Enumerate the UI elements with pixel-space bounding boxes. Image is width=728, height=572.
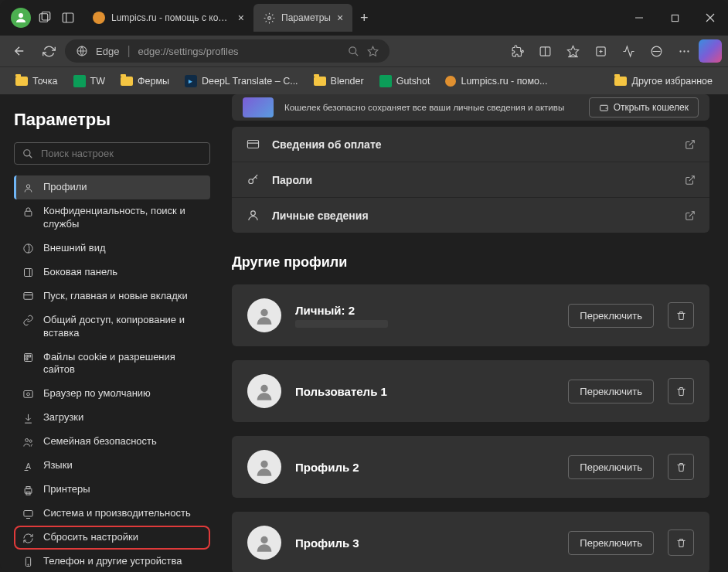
svg-point-25 <box>24 149 30 155</box>
ie-mode-button[interactable] <box>643 39 669 63</box>
star-icon[interactable] <box>367 46 379 57</box>
delete-profile-button[interactable] <box>668 529 694 556</box>
sidebar-item-1[interactable]: Конфиденциальность, поиск и службы <box>14 199 210 237</box>
nav-icon <box>22 291 34 303</box>
profile-email-redacted <box>295 320 388 328</box>
bookmark-item[interactable]: Фермы <box>114 73 175 90</box>
external-icon <box>685 175 696 186</box>
bm-label: Gutshot <box>396 76 430 87</box>
extensions-button[interactable] <box>504 39 530 63</box>
nav-label: Пуск, главная и новые вкладки <box>43 290 188 303</box>
bookmark-item[interactable]: TW <box>67 72 111 90</box>
new-tab-button[interactable]: + <box>352 6 376 29</box>
key-icon <box>246 173 260 186</box>
delete-profile-button[interactable] <box>668 378 694 404</box>
bookmark-item[interactable]: ▸DeepL Translate – C... <box>179 72 304 90</box>
back-button[interactable] <box>6 39 32 63</box>
sidebar-item-6[interactable]: Файлы cookie и разрешения сайтов <box>14 346 210 383</box>
close-window-button[interactable] <box>692 0 728 36</box>
sidebar-item-5[interactable]: Общий доступ, копирование и вставка <box>14 308 210 346</box>
tab-close-icon[interactable]: × <box>337 12 343 24</box>
nav-label: Система и производительность <box>43 507 191 520</box>
minimize-button[interactable] <box>621 0 657 36</box>
sidebar-item-7[interactable]: Браузер по умолчанию <box>14 382 210 406</box>
workspaces-icon[interactable] <box>36 9 54 27</box>
nav-icon: A <box>22 460 34 472</box>
sidebar-item-12[interactable]: Система и производительность <box>14 502 210 526</box>
svg-rect-43 <box>25 489 32 493</box>
svg-point-55 <box>248 179 253 184</box>
svg-marker-13 <box>368 46 378 56</box>
addr-separator: | <box>127 44 130 58</box>
bookmark-item[interactable]: Lumpics.ru - помо... <box>439 73 553 90</box>
tab-settings[interactable]: Параметры × <box>253 4 352 32</box>
row-label: Личные сведения <box>272 209 685 222</box>
svg-rect-53 <box>247 141 258 148</box>
delete-profile-button[interactable] <box>668 302 694 329</box>
other-bookmarks[interactable]: Другое избранное <box>608 73 719 90</box>
folder-icon <box>614 77 627 86</box>
profile-avatar-icon <box>247 526 281 560</box>
search-icon[interactable] <box>348 46 359 57</box>
vertical-tabs-icon[interactable] <box>59 9 77 27</box>
address-bar[interactable]: Edge | edge://settings/profiles <box>65 39 390 63</box>
nav-icon <box>22 352 34 364</box>
search-input[interactable] <box>41 148 202 159</box>
profile-avatar-titlebar[interactable] <box>11 8 31 28</box>
bookmark-item[interactable]: Gutshot <box>373 72 437 90</box>
wallet-text: Кошелек безопасно сохраняет все ваши лич… <box>284 103 578 112</box>
sidebar-item-2[interactable]: Внешний вид <box>14 237 210 260</box>
sidebar-item-10[interactable]: AЯзыки <box>14 454 210 478</box>
nav-icon <box>22 412 34 424</box>
bookmark-item[interactable]: Blender <box>308 73 370 90</box>
performance-button[interactable] <box>615 39 641 63</box>
sidebar-item-9[interactable]: Семейная безопасность <box>14 430 210 454</box>
passwords-row[interactable]: Пароли <box>232 162 709 198</box>
switch-profile-button[interactable]: Переключить <box>568 455 654 479</box>
nav-label: Сбросить настройки <box>43 531 138 544</box>
open-wallet-button[interactable]: Открыть кошелек <box>589 97 699 117</box>
svg-rect-35 <box>26 355 28 357</box>
nav-icon <box>22 315 34 327</box>
external-icon <box>685 139 696 150</box>
copilot-button[interactable] <box>699 39 722 63</box>
sidebar-item-8[interactable]: Загрузки <box>14 406 210 430</box>
profile-name: Пользователь 1 <box>295 385 554 398</box>
switch-profile-button[interactable]: Переключить <box>568 531 654 555</box>
sidebar-item-3[interactable]: Боковая панель <box>14 260 210 284</box>
bookmark-item[interactable]: Точка <box>9 73 64 90</box>
switch-profile-button[interactable]: Переключить <box>568 304 654 328</box>
sidebar-item-14[interactable]: Телефон и другие устройства <box>14 550 210 572</box>
profile-card: Личный: 2 Переключить <box>232 284 709 346</box>
maximize-button[interactable] <box>657 0 692 36</box>
refresh-button[interactable] <box>36 39 62 63</box>
nav-label: Семейная безопасность <box>43 435 157 448</box>
settings-search[interactable] <box>14 142 210 165</box>
sidebar-item-0[interactable]: Профили <box>14 175 210 199</box>
sidebar-item-11[interactable]: Принтеры <box>14 478 210 502</box>
sheets-icon <box>379 75 392 87</box>
person-icon <box>246 209 260 222</box>
tab-favicon-icon <box>93 12 105 24</box>
sidebar-item-13[interactable]: Сбросить настройки <box>14 526 210 550</box>
svg-point-39 <box>26 393 29 396</box>
personal-info-row[interactable]: Личные сведения <box>232 198 709 233</box>
wallet-btn-label: Открыть кошелек <box>614 102 689 113</box>
tab-close-icon[interactable]: × <box>238 12 244 24</box>
favorites-button[interactable] <box>560 39 586 63</box>
more-button[interactable] <box>671 39 697 63</box>
nav-label: Боковая панель <box>43 266 117 279</box>
split-button[interactable] <box>532 39 558 63</box>
svg-rect-38 <box>23 390 32 397</box>
tab-lumpics[interactable]: Lumpics.ru - помощь с компьюте × <box>83 4 253 32</box>
sidebar-item-4[interactable]: Пуск, главная и новые вкладки <box>14 284 210 308</box>
folder-icon <box>15 77 28 86</box>
svg-point-11 <box>349 46 356 53</box>
collections-button[interactable] <box>587 39 614 63</box>
nav-icon <box>22 267 34 279</box>
nav-icon <box>22 436 34 448</box>
payment-info-row[interactable]: Сведения об оплате <box>232 127 709 162</box>
titlebar: Lumpics.ru - помощь с компьюте × Парамет… <box>0 0 728 36</box>
switch-profile-button[interactable]: Переключить <box>568 380 654 403</box>
delete-profile-button[interactable] <box>668 454 694 480</box>
